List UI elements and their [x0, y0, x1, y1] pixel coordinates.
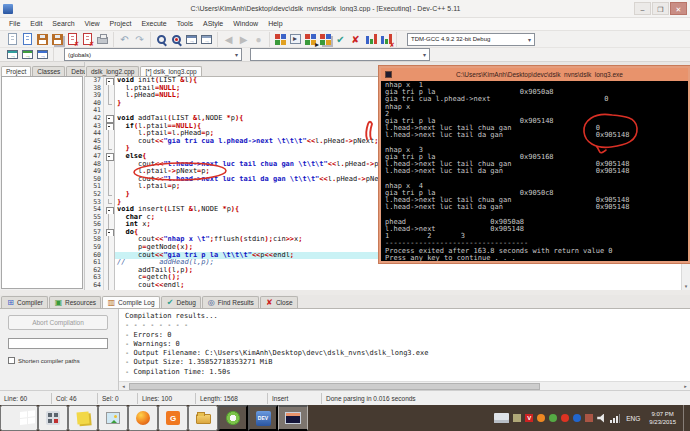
console-task-button[interactable]: [278, 405, 308, 431]
delete-profile-icon[interactable]: [378, 32, 393, 47]
code-line[interactable]: 64 cout<<endl;: [85, 282, 690, 290]
close-button[interactable]: ✕: [670, 2, 687, 15]
new-source-icon[interactable]: [5, 47, 20, 62]
menu-help[interactable]: Help: [263, 18, 287, 30]
project-tree[interactable]: [1, 76, 83, 289]
back-icon[interactable]: ◀: [221, 32, 236, 47]
green-app-tray-icon[interactable]: [549, 414, 557, 422]
goto-definition-icon[interactable]: ●: [251, 32, 266, 47]
v-app-tray-icon[interactable]: V: [525, 414, 533, 422]
save-icon[interactable]: [35, 32, 50, 47]
editor-tab-dslk-long2-cpp[interactable]: dslk_long2.cpp: [86, 66, 139, 76]
compiler-profile-select[interactable]: TDM-GCC 4.9.2 32-bit Debug ▾: [407, 33, 535, 46]
save-all-icon[interactable]: [50, 32, 65, 47]
globals-select[interactable]: (globals) ▾: [64, 48, 242, 61]
scrollbar-thumb[interactable]: [129, 383, 540, 390]
fold-marker[interactable]: [104, 206, 115, 214]
compile-icon[interactable]: [273, 32, 288, 47]
insert-icon[interactable]: [20, 47, 35, 62]
system-tray: VENG 9:07 PM 9/23/2015: [494, 405, 690, 431]
fold-marker[interactable]: [104, 229, 115, 237]
open-file-icon[interactable]: [20, 32, 35, 47]
scroll-left-icon[interactable]: ◂: [119, 383, 128, 389]
report-tab-resources[interactable]: Resources: [49, 296, 101, 308]
delete-profile-icon: [380, 33, 392, 45]
sidebar-tab-classes[interactable]: Classes: [32, 66, 65, 76]
menu-view[interactable]: View: [80, 18, 105, 30]
goto-line-icon[interactable]: [199, 32, 214, 47]
syntax-check-icon[interactable]: ✔: [333, 32, 348, 47]
code-line[interactable]: 62 addTail(l,p);: [85, 267, 690, 275]
abort-compilation-button[interactable]: Abort Compilation: [8, 315, 108, 330]
menu-file[interactable]: File: [4, 18, 25, 30]
console-window[interactable]: C:\Users\KimAnh\Desktop\devc\dslk_nvns\d…: [379, 66, 690, 263]
orange-app-tray-icon[interactable]: [537, 414, 545, 422]
menu-tools[interactable]: Tools: [172, 18, 198, 30]
menu-window[interactable]: Window: [228, 18, 263, 30]
find-next-icon[interactable]: [184, 32, 199, 47]
show-desktop-button[interactable]: [683, 405, 687, 431]
report-tab-close[interactable]: Close: [260, 296, 298, 308]
grid-app-icon[interactable]: [38, 405, 68, 431]
forward-icon[interactable]: ▶: [236, 32, 251, 47]
network-icon[interactable]: [610, 414, 620, 423]
log-horizontal-scrollbar[interactable]: ◂ ▸: [119, 381, 690, 390]
run-icon[interactable]: [288, 32, 303, 47]
close-all-icon[interactable]: [80, 32, 95, 47]
print-icon[interactable]: [95, 32, 110, 47]
pdf-reader-icon[interactable]: G: [158, 405, 188, 431]
report-tab-debug[interactable]: Debug: [161, 296, 201, 308]
editor-tab-dslk-long3-cpp[interactable]: [*] dslk_long3.cpp: [140, 66, 201, 76]
flag-tray-icon[interactable]: [513, 414, 521, 422]
fold-marker[interactable]: [104, 123, 115, 131]
taskbar-clock[interactable]: 9:07 PM 9/23/2015: [646, 410, 679, 426]
photo-viewer-icon[interactable]: [98, 405, 128, 431]
menu-project[interactable]: Project: [105, 18, 137, 30]
shorten-paths-checkbox[interactable]: [8, 357, 15, 364]
console-body[interactable]: nhap x 1 gia tri p la 0x9050a8 gia tri c…: [381, 81, 688, 261]
abort-compile-icon[interactable]: ✘: [348, 32, 363, 47]
scroll-right-icon[interactable]: ▸: [681, 383, 690, 389]
menu-astyle[interactable]: AStyle: [198, 18, 228, 30]
profile-icon[interactable]: [363, 32, 378, 47]
console-title-bar[interactable]: C:\Users\KimAnh\Desktop\devc\dslk_nvns\d…: [381, 68, 688, 81]
red-app-tray-icon[interactable]: [561, 414, 569, 422]
close-file-icon[interactable]: [65, 32, 80, 47]
language-indicator[interactable]: ENG: [624, 415, 642, 422]
code-line[interactable]: 63 c=getch();: [85, 274, 690, 282]
maximize-button[interactable]: ❐: [652, 2, 669, 15]
menu-edit[interactable]: Edit: [25, 18, 47, 30]
rebuild-icon[interactable]: [318, 32, 333, 47]
sticky-notes-icon[interactable]: [68, 405, 98, 431]
start-button[interactable]: [0, 405, 38, 431]
redo-icon[interactable]: ↷: [132, 32, 147, 47]
status-segment-6: Insert: [268, 393, 322, 404]
minimize-button[interactable]: –: [634, 2, 651, 15]
toggle-bookmark-icon[interactable]: [35, 47, 50, 62]
undo-icon[interactable]: ↶: [117, 32, 132, 47]
new-file-icon[interactable]: [5, 32, 20, 47]
fold-marker[interactable]: [104, 77, 115, 85]
fold-marker[interactable]: [104, 153, 115, 161]
class-members-select[interactable]: ▾: [250, 48, 430, 61]
find-icon[interactable]: [154, 32, 169, 47]
firefox-icon[interactable]: [128, 405, 158, 431]
compile-log-body[interactable]: Compilation results... - - - - - - - - -…: [118, 309, 690, 390]
fold-marker[interactable]: [104, 115, 115, 123]
replace-icon[interactable]: [169, 32, 184, 47]
compile-run-icon[interactable]: [303, 32, 318, 47]
dev-cpp-icon[interactable]: DEV: [248, 405, 278, 431]
file-explorer-icon[interactable]: [188, 405, 218, 431]
menu-execute[interactable]: Execute: [136, 18, 171, 30]
volume-icon[interactable]: [597, 414, 606, 423]
blue-app-tray-icon[interactable]: [573, 414, 581, 422]
report-tab-find-results[interactable]: Find Results: [202, 296, 259, 308]
sidebar-tab-project[interactable]: Project: [1, 66, 31, 76]
report-tab-compiler[interactable]: Compiler: [1, 296, 48, 308]
keyboard-icon[interactable]: [494, 413, 509, 423]
menu-search[interactable]: Search: [47, 18, 79, 30]
scroll-down-icon[interactable]: ▾: [685, 283, 688, 290]
update-tray-icon[interactable]: [585, 414, 593, 422]
disc-tool-icon[interactable]: [218, 405, 248, 431]
report-tab-compile-log[interactable]: Compile Log: [102, 296, 160, 308]
